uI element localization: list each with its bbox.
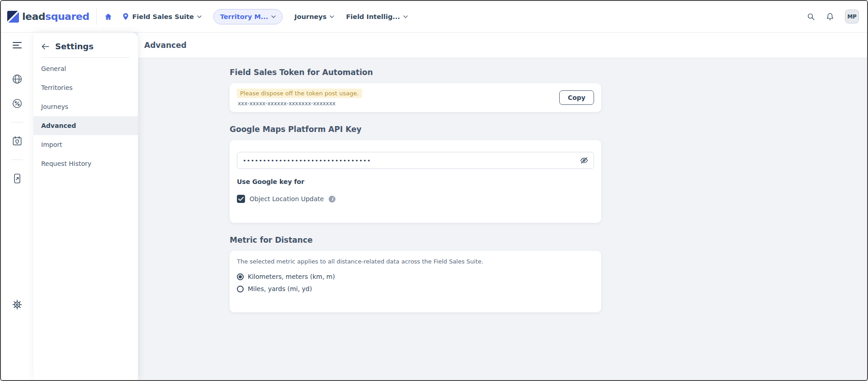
- logo-text-squared: squared: [45, 11, 89, 22]
- chevron-down-icon: [197, 15, 202, 18]
- bell-icon: [826, 12, 834, 21]
- metric-radio-group: Kilometers, meters (km, m) Miles, yards …: [237, 273, 594, 292]
- nav-label: Territory M...: [220, 13, 269, 20]
- sidebar-item-advanced[interactable]: Advanced: [33, 116, 138, 135]
- settings-panel: Settings General Territories Journeys Ad…: [33, 33, 138, 380]
- radio-miles[interactable]: Miles, yards (mi, yd): [237, 285, 594, 292]
- radio-button-selected[interactable]: [237, 273, 244, 280]
- leadsquared-logo-text: leadsquared: [22, 11, 89, 22]
- object-location-update-checkbox[interactable]: [237, 195, 245, 203]
- hamburger-icon: [13, 42, 22, 49]
- token-section-heading: Field Sales Token for Automation: [230, 68, 601, 77]
- notifications-button[interactable]: [826, 12, 834, 21]
- metric-section-heading: Metric for Distance: [230, 235, 601, 245]
- content-column: Field Sales Token for Automation Please …: [230, 68, 601, 312]
- content-row: Settings General Territories Journeys Ad…: [1, 33, 867, 380]
- page-title: Advanced: [144, 41, 187, 50]
- page-header: Advanced: [138, 33, 867, 58]
- main-content: Advanced Field Sales Token for Automatio…: [138, 33, 867, 380]
- leadsquared-logo-icon: [7, 11, 19, 23]
- rail-settings-button[interactable]: [9, 297, 25, 312]
- topbar: leadsquared Field Sales Suite Territory …: [1, 1, 867, 33]
- eye-off-icon: [580, 156, 589, 165]
- settings-panel-header: Settings: [33, 33, 138, 57]
- rail-meetings-button[interactable]: [9, 133, 25, 149]
- token-card: Please dispose off the token post usage.…: [230, 83, 601, 112]
- logo-text-lead: lead: [22, 11, 45, 22]
- metric-description: The selected metric applies to all dista…: [237, 258, 594, 265]
- nav-field-intelligence[interactable]: Field Intellig...: [346, 13, 407, 20]
- chevron-down-icon: [403, 15, 408, 18]
- api-key-input[interactable]: ••••••••••••••••••••••••••••••••: [237, 152, 594, 169]
- territory-globe-icon: [11, 73, 23, 85]
- topbar-divider: [96, 9, 97, 25]
- rail-mobile-journeys-button[interactable]: [9, 171, 25, 186]
- toggle-visibility-button[interactable]: [580, 156, 589, 165]
- globe-percent-icon: [11, 98, 23, 109]
- checkbox-label: Object Location Update: [250, 195, 324, 202]
- map-pin-icon: [123, 13, 129, 20]
- gear-icon: [11, 299, 23, 310]
- api-key-input-wrap: ••••••••••••••••••••••••••••••••: [237, 152, 594, 169]
- radio-label: Miles, yards (mi, yd): [248, 285, 312, 292]
- chevron-down-icon: [271, 15, 276, 18]
- leadsquared-logo[interactable]: leadsquared: [7, 11, 89, 23]
- back-button[interactable]: [41, 43, 50, 50]
- nav-territory-management[interactable]: Territory M...: [213, 9, 283, 24]
- back-arrow-icon: [41, 43, 50, 50]
- radio-button-unselected[interactable]: [237, 286, 244, 292]
- radio-label: Kilometers, meters (km, m): [248, 273, 335, 280]
- topbar-right: MP: [807, 9, 859, 24]
- radio-kilometers[interactable]: Kilometers, meters (km, m): [237, 273, 594, 280]
- mobile-journeys-icon: [11, 173, 23, 184]
- page-body: Field Sales Token for Automation Please …: [138, 58, 867, 380]
- token-card-left: Please dispose off the token post usage.…: [237, 89, 362, 107]
- icon-rail: [1, 33, 33, 380]
- sidebar-item-journeys[interactable]: Journeys: [33, 97, 138, 116]
- sidebar-item-general[interactable]: General: [33, 59, 138, 78]
- copy-button[interactable]: Copy: [559, 90, 594, 105]
- search-icon: [807, 13, 815, 21]
- token-warning: Please dispose off the token post usage.: [237, 89, 362, 98]
- info-icon[interactable]: i: [329, 196, 335, 202]
- metric-card: The selected metric applies to all dista…: [230, 251, 601, 312]
- check-icon: [238, 197, 244, 201]
- home-icon: [104, 13, 113, 21]
- api-key-section-heading: Google Maps Platform API Key: [230, 125, 601, 134]
- app-window: leadsquared Field Sales Suite Territory …: [0, 0, 868, 381]
- rail-divider: [11, 122, 23, 122]
- nav-journeys[interactable]: Journeys: [294, 13, 334, 20]
- sidebar-item-request-history[interactable]: Request History: [33, 154, 138, 173]
- avatar-initials: MP: [847, 14, 857, 20]
- sidebar-item-territories[interactable]: Territories: [33, 78, 138, 97]
- search-button[interactable]: [807, 13, 815, 21]
- home-button[interactable]: [104, 13, 113, 21]
- object-location-update-row: Object Location Update i: [237, 195, 594, 203]
- nav-label: Field Intellig...: [346, 13, 400, 20]
- user-avatar[interactable]: MP: [845, 9, 859, 24]
- chevron-down-icon: [330, 15, 334, 18]
- rail-divider: [11, 160, 23, 160]
- use-google-key-label: Use Google key for: [237, 178, 594, 185]
- rail-territories-button[interactable]: [9, 71, 25, 87]
- rail-journey-planner-button[interactable]: [9, 96, 25, 111]
- nav-label: Journeys: [294, 13, 326, 20]
- sidebar-item-import[interactable]: Import: [33, 135, 138, 154]
- nav-field-sales-suite[interactable]: Field Sales Suite: [123, 13, 201, 20]
- collapse-menu-button[interactable]: [11, 40, 24, 51]
- settings-menu: General Territories Journeys Advanced Im…: [33, 58, 138, 173]
- settings-title: Settings: [55, 42, 94, 51]
- calendar-location-icon: [11, 135, 23, 147]
- token-value: xxx-xxxxx-xxxxxx-xxxxxxx-xxxxxxx: [237, 100, 362, 107]
- api-key-card: •••••••••••••••••••••••••••••••• Use Goo…: [230, 140, 601, 223]
- nav-label: Field Sales Suite: [132, 13, 193, 20]
- suite-nav: Field Sales Suite Territory M... Journey…: [123, 9, 407, 24]
- rail-nav: [9, 71, 25, 186]
